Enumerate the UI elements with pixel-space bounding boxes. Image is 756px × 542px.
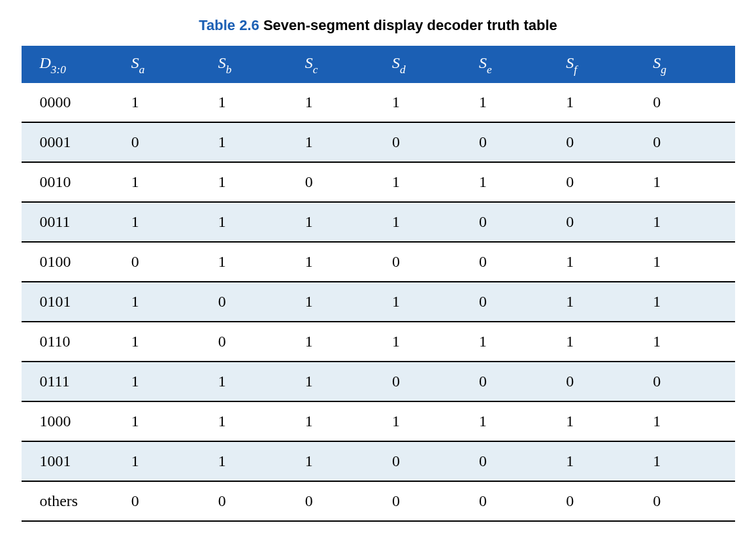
- cell-sc: 0: [300, 162, 387, 202]
- cell-sa: 1: [126, 441, 213, 481]
- cell-sf: 1: [561, 83, 648, 122]
- cell-sc: 1: [300, 242, 387, 282]
- table-row: 10011110011: [22, 441, 735, 481]
- cell-sg: 1: [648, 441, 734, 481]
- cell-sc: 0: [300, 481, 387, 521]
- table-row: others0000000: [22, 481, 735, 521]
- cell-d: 0110: [22, 322, 126, 362]
- cell-sd: 1: [387, 322, 474, 362]
- cell-sd: 1: [387, 83, 474, 122]
- table-row: 00101101101: [22, 162, 735, 202]
- cell-sa: 1: [126, 162, 213, 202]
- table-row: 01000110011: [22, 242, 735, 282]
- cell-se: 1: [474, 322, 561, 362]
- cell-sc: 1: [300, 362, 387, 401]
- cell-sa: 1: [126, 282, 213, 322]
- cell-sb: 1: [213, 242, 300, 282]
- cell-d: 0010: [22, 162, 126, 202]
- cell-sc: 1: [300, 441, 387, 481]
- cell-d: 0001: [22, 122, 126, 162]
- cell-se: 0: [474, 242, 561, 282]
- cell-se: 1: [474, 401, 561, 441]
- cell-d: others: [22, 481, 126, 521]
- cell-sg: 0: [648, 362, 734, 401]
- cell-sc: 1: [300, 282, 387, 322]
- cell-sd: 1: [387, 202, 474, 242]
- cell-sg: 1: [648, 322, 734, 362]
- cell-sd: 0: [387, 242, 474, 282]
- cell-sd: 0: [387, 441, 474, 481]
- cell-sf: 0: [561, 122, 648, 162]
- cell-sb: 0: [213, 282, 300, 322]
- cell-sb: 0: [213, 481, 300, 521]
- cell-sc: 1: [300, 122, 387, 162]
- cell-sa: 0: [126, 481, 213, 521]
- col-header-sc: Sc: [300, 47, 387, 83]
- cell-d: 0000: [22, 83, 126, 122]
- table-row: 01111110000: [22, 362, 735, 401]
- cell-sf: 1: [561, 441, 648, 481]
- cell-sd: 0: [387, 481, 474, 521]
- cell-sg: 1: [648, 401, 734, 441]
- cell-sf: 1: [561, 282, 648, 322]
- cell-sc: 1: [300, 401, 387, 441]
- cell-sf: 1: [561, 322, 648, 362]
- table-row: 01101011111: [22, 322, 735, 362]
- table-title: Seven-segment display decoder truth tabl…: [263, 17, 557, 33]
- cell-sa: 1: [126, 322, 213, 362]
- cell-sa: 1: [126, 401, 213, 441]
- cell-se: 0: [474, 122, 561, 162]
- cell-sg: 1: [648, 242, 734, 282]
- cell-sf: 0: [561, 481, 648, 521]
- cell-sd: 1: [387, 401, 474, 441]
- table-row: 00001111110: [22, 83, 735, 122]
- cell-sa: 1: [126, 202, 213, 242]
- table-row: 10001111111: [22, 401, 735, 441]
- cell-sg: 0: [648, 481, 734, 521]
- cell-sb: 1: [213, 401, 300, 441]
- cell-sb: 1: [213, 362, 300, 401]
- cell-sf: 0: [561, 362, 648, 401]
- cell-sf: 0: [561, 162, 648, 202]
- cell-se: 0: [474, 282, 561, 322]
- col-header-sb: Sb: [213, 47, 300, 83]
- cell-sf: 0: [561, 202, 648, 242]
- cell-sb: 0: [213, 322, 300, 362]
- cell-sa: 0: [126, 122, 213, 162]
- col-header-sg: Sg: [648, 47, 734, 83]
- cell-se: 0: [474, 481, 561, 521]
- cell-sc: 1: [300, 322, 387, 362]
- cell-se: 0: [474, 202, 561, 242]
- cell-sa: 0: [126, 242, 213, 282]
- table-caption: Table 2.6 Seven-segment display decoder …: [13, 17, 743, 34]
- cell-sb: 1: [213, 202, 300, 242]
- col-header-se: Se: [474, 47, 561, 83]
- cell-sf: 1: [561, 242, 648, 282]
- cell-sd: 1: [387, 162, 474, 202]
- cell-sg: 1: [648, 202, 734, 242]
- cell-d: 0101: [22, 282, 126, 322]
- cell-sg: 1: [648, 162, 734, 202]
- truth-table: D3:0 Sa Sb Sc Sd Se Sf Sg: [22, 46, 735, 522]
- cell-d: 1001: [22, 441, 126, 481]
- col-header-sf: Sf: [561, 47, 648, 83]
- cell-d: 0100: [22, 242, 126, 282]
- cell-sc: 1: [300, 202, 387, 242]
- cell-se: 0: [474, 441, 561, 481]
- table-header-row: D3:0 Sa Sb Sc Sd Se Sf Sg: [22, 47, 735, 83]
- cell-sb: 1: [213, 122, 300, 162]
- cell-d: 1000: [22, 401, 126, 441]
- cell-sd: 0: [387, 122, 474, 162]
- cell-sg: 0: [648, 83, 734, 122]
- cell-sd: 0: [387, 362, 474, 401]
- cell-sa: 1: [126, 83, 213, 122]
- cell-sb: 1: [213, 162, 300, 202]
- cell-sf: 1: [561, 401, 648, 441]
- cell-se: 0: [474, 362, 561, 401]
- col-header-sd: Sd: [387, 47, 474, 83]
- col-header-sa: Sa: [126, 47, 213, 83]
- table-row: 00111111001: [22, 202, 735, 242]
- cell-sa: 1: [126, 362, 213, 401]
- cell-sc: 1: [300, 83, 387, 122]
- cell-se: 1: [474, 83, 561, 122]
